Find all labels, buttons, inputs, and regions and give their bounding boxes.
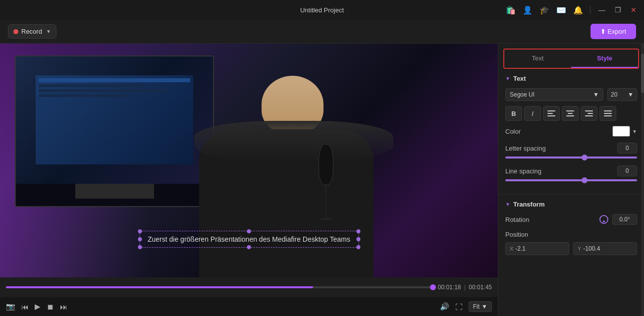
transform-section: ▼ Transform Rotation 0.0° Position X <box>498 195 644 261</box>
minimize-button[interactable]: — <box>597 5 606 14</box>
line-spacing-row: Line spacing 0 <box>505 165 637 181</box>
play-button[interactable]: ▶ <box>35 302 41 311</box>
bold-button[interactable]: B <box>505 106 522 121</box>
font-family-select[interactable]: Segoe UI ▼ <box>505 88 603 101</box>
font-family-chevron-icon: ▼ <box>593 91 599 98</box>
tab-style[interactable]: Style <box>571 50 638 68</box>
time-total: 00:01:45 <box>469 284 492 291</box>
position-row: X -2.1 Y -100.4 <box>505 242 637 255</box>
subtitle-text: Zuerst die größeren Präsentationen des M… <box>148 235 350 243</box>
color-row: Color ▼ <box>505 126 637 137</box>
svg-rect-3 <box>566 110 574 111</box>
close-button[interactable]: ✕ <box>629 5 638 14</box>
record-button[interactable]: Record ▼ <box>8 24 56 39</box>
toolbar: Record ▼ ⬆ Export <box>0 20 644 44</box>
main-content: Zuerst die größeren Präsentationen des M… <box>0 44 644 316</box>
subtitle-handle-tl[interactable] <box>138 229 142 233</box>
timeline-progress <box>6 286 313 288</box>
font-family-value: Segoe UI <box>510 91 535 98</box>
subtitle-handle-tc[interactable] <box>247 229 251 233</box>
right-panel: Text Style ▼ Text Segoe UI ▼ 20 ▼ <box>498 44 644 316</box>
timeline-thumb[interactable] <box>430 284 436 290</box>
time-current: 00:01:18 <box>438 284 461 291</box>
italic-button[interactable]: I <box>524 106 541 121</box>
mail-icon[interactable]: ✉️ <box>556 5 566 15</box>
record-chevron-icon: ▼ <box>46 29 51 34</box>
text-section-title: Text <box>513 75 526 82</box>
position-y-field[interactable]: Y -100.4 <box>573 242 637 255</box>
subtitle-handle-ml[interactable] <box>138 237 142 241</box>
align-left-button[interactable] <box>543 106 560 121</box>
tab-text[interactable]: Text <box>504 50 571 68</box>
scrollbar-thumb[interactable] <box>641 53 644 93</box>
line-spacing-label: Line spacing <box>505 167 541 175</box>
color-label: Color <box>505 128 521 135</box>
record-dot-icon <box>13 29 18 34</box>
svg-rect-11 <box>604 115 612 116</box>
line-spacing-slider[interactable] <box>505 179 637 181</box>
color-swatch[interactable] <box>612 126 630 137</box>
align-right-button[interactable] <box>581 106 597 121</box>
letter-spacing-slider[interactable] <box>505 157 637 158</box>
align-center-button[interactable] <box>562 106 579 121</box>
subtitle-handle-tr[interactable] <box>356 229 360 233</box>
subtitle-handle-mr[interactable] <box>356 237 360 241</box>
time-display: 00:01:18 | 00:01:45 <box>438 284 492 291</box>
video-container: Zuerst die größeren Präsentationen des M… <box>0 44 498 277</box>
volume-icon[interactable]: 🔊 <box>440 302 449 311</box>
fit-select[interactable]: Fit ▼ <box>469 301 492 312</box>
font-size-select[interactable]: 20 ▼ <box>607 88 637 101</box>
fullscreen-icon[interactable]: ⛶ <box>455 303 463 311</box>
export-button[interactable]: ⬆ Export <box>590 24 636 39</box>
pos-x-label: X <box>510 246 513 252</box>
learn-icon[interactable]: 🎓 <box>539 5 549 15</box>
stop-button[interactable]: ⏹ <box>47 303 54 311</box>
step-back-button[interactable]: ⏮ <box>21 303 29 311</box>
svg-rect-9 <box>604 110 612 111</box>
subtitle-overlay[interactable]: Zuerst die größeren Präsentationen des M… <box>139 231 359 248</box>
rotation-label: Rotation <box>505 216 529 223</box>
panel-tabs: Text Style <box>503 49 639 69</box>
pos-x-value: -2.1 <box>515 245 526 252</box>
rotation-row: Rotation 0.0° <box>505 214 637 225</box>
scrollbar-track <box>641 44 644 316</box>
subtitle-handle-bc[interactable] <box>247 245 251 249</box>
titlebar: Untitled Project 🛍️ 👤 🎓 ✉️ 🔔 — ❐ ✕ <box>0 0 644 20</box>
svg-rect-10 <box>604 113 612 114</box>
position-section: Position X -2.1 Y -100.4 <box>505 231 637 255</box>
letter-spacing-label: Letter spacing <box>505 145 546 152</box>
letter-spacing-header: Letter spacing 0 <box>505 143 637 154</box>
font-size-value: 20 <box>611 91 617 98</box>
rotation-value[interactable]: 0.0° <box>612 214 637 225</box>
timeline-bar[interactable] <box>6 286 433 288</box>
color-swatch-wrap[interactable]: ▼ <box>612 126 637 137</box>
transform-arrow-icon: ▼ <box>505 202 510 207</box>
restore-button[interactable]: ❐ <box>613 5 622 14</box>
svg-rect-6 <box>585 110 593 111</box>
screenshot-icon[interactable]: 📷 <box>6 302 15 311</box>
subtitle-handle-br[interactable] <box>356 245 360 249</box>
align-justify-button[interactable] <box>599 106 616 121</box>
shop-icon[interactable]: 🛍️ <box>506 5 516 15</box>
line-spacing-value[interactable]: 0 <box>617 165 637 176</box>
letter-spacing-value[interactable]: 0 <box>617 143 637 154</box>
position-label: Position <box>505 231 637 238</box>
fit-label: Fit <box>473 303 480 310</box>
position-x-field[interactable]: X -2.1 <box>505 242 569 255</box>
account-icon[interactable]: 👤 <box>523 5 533 15</box>
video-panel: Zuerst die größeren Präsentationen des M… <box>0 44 498 316</box>
rotation-dot-icon <box>603 220 605 222</box>
subtitle-handle-bl[interactable] <box>138 245 142 249</box>
format-row: B I <box>505 106 637 121</box>
bottom-strip: 📷 ⏮ ▶ ⏹ ⏭ 🔊 ⛶ Fit ▼ <box>0 297 498 316</box>
svg-rect-8 <box>585 115 593 116</box>
section-arrow-icon: ▼ <box>505 76 510 81</box>
line-spacing-thumb[interactable] <box>582 177 588 183</box>
rotation-indicator[interactable] <box>599 215 608 224</box>
bell-icon[interactable]: 🔔 <box>573 5 583 15</box>
fit-chevron-icon: ▼ <box>482 303 487 310</box>
step-forward-button[interactable]: ⏭ <box>60 303 67 311</box>
letter-spacing-thumb[interactable] <box>582 155 588 160</box>
transform-section-header: ▼ Transform <box>505 201 637 208</box>
video-background: Zuerst die größeren Präsentationen des M… <box>0 44 498 277</box>
